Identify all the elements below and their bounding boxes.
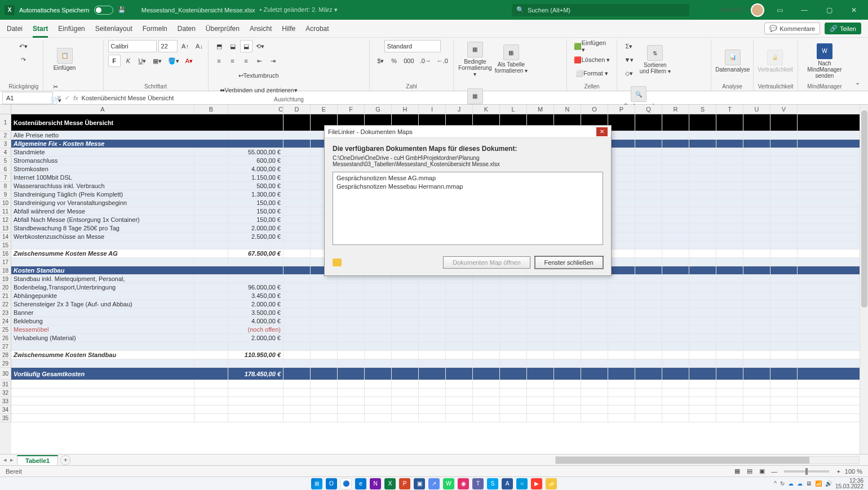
close-dialog-button[interactable]: Fenster schließen	[535, 256, 603, 269]
cell[interactable]	[689, 397, 716, 405]
table-row[interactable]: Verkabelung (Material)2.000,00 €	[11, 334, 860, 342]
col-V[interactable]: V	[770, 105, 798, 114]
cell[interactable]	[500, 326, 527, 333]
view-pagebreak-button[interactable]: ▣	[756, 465, 768, 478]
cell[interactable]	[635, 406, 662, 413]
cell[interactable]	[770, 224, 798, 232]
cell[interactable]	[635, 173, 662, 181]
cell[interactable]	[311, 406, 338, 413]
cell[interactable]	[338, 283, 365, 291]
cell[interactable]	[527, 326, 554, 333]
cell[interactable]	[338, 326, 365, 333]
cell[interactable]	[446, 359, 473, 367]
column-headers[interactable]: A B C D E F G H I J K L M N O P Q R S T …	[0, 105, 860, 114]
cell[interactable]	[392, 389, 419, 397]
cell[interactable]	[500, 389, 527, 397]
cell[interactable]: 2.000,00 €	[228, 224, 284, 232]
cell[interactable]	[311, 351, 338, 359]
enter-fx-icon[interactable]: ✓	[65, 94, 70, 101]
cell[interactable]	[662, 266, 689, 274]
dialog-close-button[interactable]: ✕	[596, 127, 608, 136]
cell[interactable]	[500, 351, 527, 359]
cell[interactable]	[581, 283, 608, 291]
add-sheet-button[interactable]: +	[60, 455, 70, 465]
cell[interactable]	[11, 406, 194, 413]
cell[interactable]	[662, 317, 689, 325]
cell[interactable]	[284, 199, 311, 207]
cell[interactable]	[194, 309, 228, 317]
cell[interactable]	[554, 334, 581, 342]
cell[interactable]	[338, 309, 365, 317]
italic-button[interactable]: K	[122, 55, 135, 67]
cell[interactable]: 2.000,00 €	[228, 334, 284, 342]
cell[interactable]	[770, 326, 798, 333]
cell[interactable]	[392, 334, 419, 342]
app-icon-5[interactable]: ○	[516, 478, 528, 489]
cell[interactable]	[608, 317, 635, 325]
formula-input[interactable]: Kostenübersicht Messe Übersicht	[82, 95, 174, 101]
cell[interactable]	[392, 368, 419, 380]
tray-volume-icon[interactable]: 🔊	[825, 480, 832, 487]
cell[interactable]	[392, 351, 419, 359]
cell[interactable]	[284, 414, 311, 422]
cell[interactable]	[635, 250, 662, 257]
col-T[interactable]: T	[716, 105, 743, 114]
cell[interactable]	[194, 359, 228, 367]
cell[interactable]	[284, 334, 311, 342]
cell[interactable]	[500, 334, 527, 342]
cell[interactable]	[419, 397, 446, 405]
cell[interactable]	[365, 275, 392, 283]
table-row[interactable]	[11, 359, 860, 368]
cell[interactable]	[419, 351, 446, 359]
cell[interactable]	[284, 216, 311, 224]
orientation-button[interactable]: ⟲▾	[254, 40, 267, 52]
col-I[interactable]: I	[419, 105, 446, 114]
cell[interactable]: Standmiete	[11, 148, 194, 156]
col-A[interactable]: A	[11, 105, 194, 114]
cell[interactable]	[689, 216, 716, 224]
user-avatar[interactable]	[751, 3, 764, 17]
cell[interactable]	[689, 326, 716, 333]
ribbon-collapse-button[interactable]: ⌄	[851, 76, 863, 88]
cell[interactable]	[743, 114, 770, 131]
cell[interactable]	[284, 351, 311, 359]
table-row[interactable]	[11, 342, 860, 351]
cell[interactable]	[689, 165, 716, 173]
cell[interactable]	[662, 309, 689, 317]
cell[interactable]	[581, 397, 608, 405]
cell[interactable]	[338, 275, 365, 283]
cell[interactable]	[608, 309, 635, 317]
cell[interactable]	[338, 317, 365, 325]
row-header[interactable]: 20	[0, 283, 11, 292]
cell[interactable]: Verkabelung (Material)	[11, 334, 194, 342]
cell[interactable]	[635, 326, 662, 333]
table-row[interactable]	[11, 380, 860, 389]
cell[interactable]	[635, 275, 662, 283]
cell[interactable]	[311, 389, 338, 397]
cell[interactable]: 500,00 €	[228, 182, 284, 190]
cell[interactable]	[689, 368, 716, 380]
autosave-toggle[interactable]	[94, 6, 113, 15]
cell[interactable]	[662, 165, 689, 173]
increase-font-button[interactable]: A↑	[179, 40, 192, 52]
tray-date[interactable]: 15.03.2022	[835, 484, 863, 489]
cell[interactable]: Scherensteiger 2x 3 Tage (Auf- und Abbau…	[11, 300, 194, 308]
cell[interactable]	[743, 414, 770, 422]
cell[interactable]	[662, 207, 689, 215]
mindmanager-button[interactable]: WNach MindManager senden	[803, 42, 847, 80]
whatsapp-icon[interactable]: W	[443, 478, 454, 489]
cell[interactable]	[635, 266, 662, 274]
cell[interactable]	[743, 406, 770, 413]
cell[interactable]	[419, 292, 446, 300]
cell[interactable]	[311, 368, 338, 380]
cell[interactable]	[581, 389, 608, 397]
cell[interactable]	[635, 182, 662, 190]
cell[interactable]	[770, 380, 798, 388]
cell[interactable]	[743, 334, 770, 342]
cell[interactable]	[716, 173, 743, 181]
tab-start[interactable]: Start	[33, 20, 48, 38]
cell[interactable]	[554, 309, 581, 317]
align-middle-button[interactable]: ⬓	[227, 40, 239, 52]
currency-button[interactable]: $▾	[374, 55, 387, 67]
cell[interactable]	[446, 351, 473, 359]
